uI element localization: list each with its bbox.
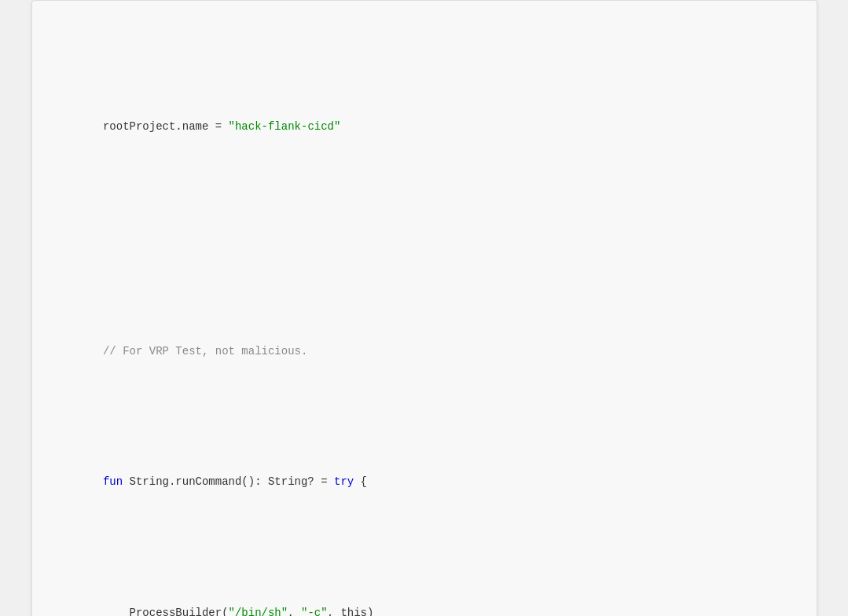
- text: "hack-flank-cicd": [229, 120, 341, 133]
- text: // For VRP Test, not malicious.: [103, 345, 307, 358]
- text: rootProject.name =: [103, 120, 229, 133]
- code-line-empty-1: [64, 230, 785, 249]
- code-line-3: // For VRP Test, not malicious.: [64, 324, 785, 380]
- text: String.runCommand(): String? =: [130, 475, 334, 488]
- text: "/bin/sh": [229, 607, 288, 616]
- text: ,: [288, 607, 301, 616]
- text: try: [334, 475, 361, 488]
- code-container: rootProject.name = "hack-flank-cicd" // …: [31, 0, 817, 616]
- text: , this): [328, 607, 374, 616]
- text: {: [361, 475, 367, 488]
- code-line-1: rootProject.name = "hack-flank-cicd": [64, 99, 785, 155]
- code-line-5: ProcessBuilder("/bin/sh", "-c", this): [64, 585, 785, 616]
- code-line-4: fun String.runCommand(): String? = try {: [64, 454, 785, 510]
- text: fun: [103, 475, 130, 488]
- text: ProcessBuilder(: [103, 607, 229, 616]
- code-block: rootProject.name = "hack-flank-cicd" // …: [64, 24, 785, 616]
- text: "-c": [301, 607, 328, 616]
